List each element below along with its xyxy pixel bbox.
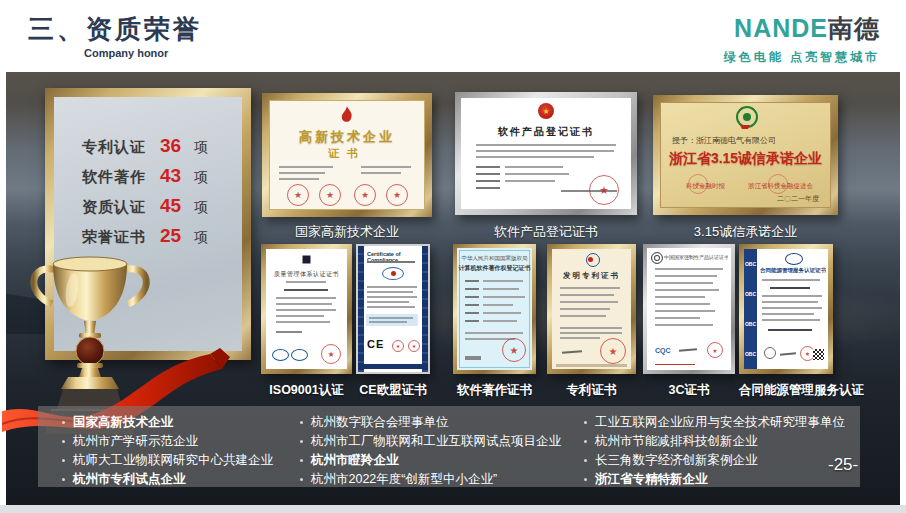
honors-column-1: 国家高新技术企业 杭州市产学研示范企业 杭师大工业物联网研究中心共建企业 杭州市… — [62, 413, 273, 489]
obc-logo-text: OBC — [745, 261, 756, 267]
cert-copyright-org: 中华人民共和国国家版权局 — [457, 255, 532, 262]
cert-patent-title: 发明专利证书 — [552, 271, 631, 281]
cert-chengxin-awardto: 授予：浙江南德电气有限公司 — [672, 135, 776, 146]
honor-text: 杭州市工厂物联网和工业互联网试点项目企业 — [311, 432, 561, 451]
ce-oval-logo-icon — [382, 267, 404, 280]
cert-hightech: 高新技术企业 证书 ★ ★ ★ ★ — [262, 93, 432, 217]
red-stamp-icon: ★ — [408, 340, 420, 352]
cert-copyright-caption: 软件著作证书 — [453, 382, 536, 399]
bullet-icon — [584, 478, 587, 481]
cert-emc-title: 合同能源管理服务认证证书 — [760, 267, 826, 274]
honor-text: 杭州市产学研示范企业 — [73, 432, 198, 451]
cert-chengxin-caption: 3.15诚信承诺企业 — [653, 223, 838, 241]
honor-text: 长三角数字经济创新案例企业 — [595, 451, 758, 470]
stat-unit: 项 — [194, 169, 208, 187]
page-title: 三、资质荣誉 — [28, 12, 202, 47]
cert-emc-caption: 合同能源管理服务认证 — [739, 382, 833, 399]
cert-chengxin: 授予：浙江南德电气有限公司 浙江省3.15诚信承诺企业 科技金融时报 浙江省科技… — [653, 95, 838, 215]
red-stamp-icon: ★ — [386, 184, 408, 206]
cert-ccc-caption: 3C证书 — [643, 382, 735, 399]
national-emblem-icon: ★ — [538, 103, 554, 119]
ribbon-banner-icon — [740, 125, 750, 129]
obc-logo-text: OBC — [745, 291, 756, 297]
bullet-icon — [300, 421, 303, 424]
wreath-emblem-icon — [736, 106, 758, 128]
company-logo: NANDE南德 — [734, 12, 880, 45]
cert-iso-title: 质量管理体系认证证书 — [266, 270, 347, 279]
cert-softproduct-caption: 软件产品登记证书 — [455, 223, 637, 241]
round-logo-icon — [764, 347, 776, 359]
cert-hightech-title: 高新技术企业 — [269, 128, 425, 146]
cert-ce: Certificate of Compliance CE ★ ★ — [356, 244, 430, 374]
cert-copyright-title: 计算机软件著作权登记证书 — [457, 264, 532, 273]
logo-text-en: NANDE — [734, 14, 828, 42]
cert-softproduct: ★ 软件产品登记证书 ★ — [455, 92, 637, 215]
honor-text: 杭州市2022年度“创新型中小企业” — [311, 470, 497, 489]
cert-iso-caption: ISO9001认证 — [261, 382, 352, 399]
red-stamp-icon: ★ — [600, 338, 626, 364]
cert-copyright: 中华人民共和国国家版权局 计算机软件著作权登记证书 ★ — [453, 244, 536, 374]
iaf-logo-icon — [272, 349, 289, 361]
bullet-icon — [584, 421, 587, 424]
honor-text: 杭州市专利试点企业 — [73, 470, 186, 489]
stat-row: 专利认证 36 项 — [54, 135, 242, 157]
cert-hightech-caption: 国家高新技术企业 — [262, 223, 432, 241]
honor-item: 工业互联网企业应用与安全技术研究理事单位 — [584, 413, 845, 432]
honor-item: 杭师大工业物联网研究中心共建企业 — [62, 451, 273, 470]
slide: 三、资质荣誉 Company honor NANDE南德 绿色电能 点亮智慧城市… — [0, 0, 906, 513]
honors-band: 国家高新技术企业 杭州市产学研示范企业 杭师大工业物联网研究中心共建企业 杭州市… — [38, 406, 860, 487]
stat-label: 软件著作 — [82, 168, 160, 187]
ce-side-bar — [358, 246, 364, 372]
cert-ccc: 中国国家强制性产品认证证书 CQC ★ — [643, 244, 735, 374]
bullet-icon — [62, 440, 65, 443]
stat-row: 资质认证 45 项 — [54, 195, 242, 217]
honor-item: 杭州市节能减排科技创新企业 — [584, 432, 845, 451]
company-tagline: 绿色电能 点亮智慧城市 — [724, 49, 880, 66]
page-number: -25- — [828, 455, 858, 475]
red-stamp-icon: ★ — [589, 175, 619, 205]
logo-text-cn: 南德 — [828, 14, 880, 42]
bullet-icon — [62, 421, 65, 424]
red-stamp-icon: ★ — [768, 174, 788, 194]
bullet-icon — [584, 440, 587, 443]
honor-item: 杭州市工厂物联网和工业互联网试点项目企业 — [300, 432, 561, 451]
cnas-logo-icon — [291, 349, 308, 361]
cert-ccc-title: 中国国家强制性产品认证证书 — [664, 254, 728, 260]
stat-unit: 项 — [194, 199, 208, 217]
cert-patent-caption: 专利证书 — [547, 382, 636, 399]
red-stamp-icon: ★ — [502, 338, 526, 362]
honor-text: 工业互联网企业应用与安全技术研究理事单位 — [595, 413, 845, 432]
red-stamp-icon: ★ — [321, 344, 341, 364]
honor-text: 杭师大工业物联网研究中心共建企业 — [73, 451, 273, 470]
cert-emc: OBC OBC OBC OBC 合同能源管理服务认证证书 ★ — [739, 244, 833, 374]
patent-logo-icon — [586, 253, 600, 267]
red-stamp-icon: ★ — [392, 340, 404, 352]
bottom-edge — [0, 505, 906, 513]
red-stamp-icon: ★ — [287, 184, 309, 206]
honor-item: 杭州市产学研示范企业 — [62, 432, 273, 451]
honors-column-3: 工业互联网企业应用与安全技术研究理事单位 杭州市节能减排科技创新企业 长三角数字… — [584, 413, 845, 489]
ce-side-bar — [422, 246, 428, 372]
red-stamp-icon: ★ — [354, 184, 376, 206]
honor-text: 国家高新技术企业 — [73, 413, 173, 432]
honors-column-2: 杭州数字联合会理事单位 杭州市工厂物联网和工业互联网试点项目企业 杭州市瞪羚企业… — [300, 413, 561, 489]
page-subtitle: Company honor — [84, 47, 168, 59]
stat-value: 45 — [160, 195, 194, 217]
qr-code-icon — [813, 349, 824, 360]
bullet-icon — [62, 459, 65, 462]
honor-text: 杭州市节能减排科技创新企业 — [595, 432, 758, 451]
red-stamp-icon: ★ — [707, 342, 723, 358]
red-stamp-icon: ★ — [319, 184, 341, 206]
stat-label: 专利认证 — [82, 138, 160, 157]
cert-iso: 质量管理体系认证证书 ★ — [261, 244, 352, 374]
seal-mark-icon — [301, 254, 312, 265]
cert-chengxin-title: 浙江省3.15诚信承诺企业 — [660, 150, 831, 168]
flame-icon — [339, 105, 355, 125]
bullet-icon — [300, 478, 303, 481]
obc-logo-text: OBC — [745, 351, 756, 357]
honor-text: 浙江省专精特新企业 — [595, 470, 708, 489]
obc-logo-column: OBC OBC OBC OBC — [744, 249, 757, 369]
honor-item: 杭州市瞪羚企业 — [300, 451, 561, 470]
ccc-logo-icon — [651, 252, 663, 264]
bullet-icon — [300, 440, 303, 443]
